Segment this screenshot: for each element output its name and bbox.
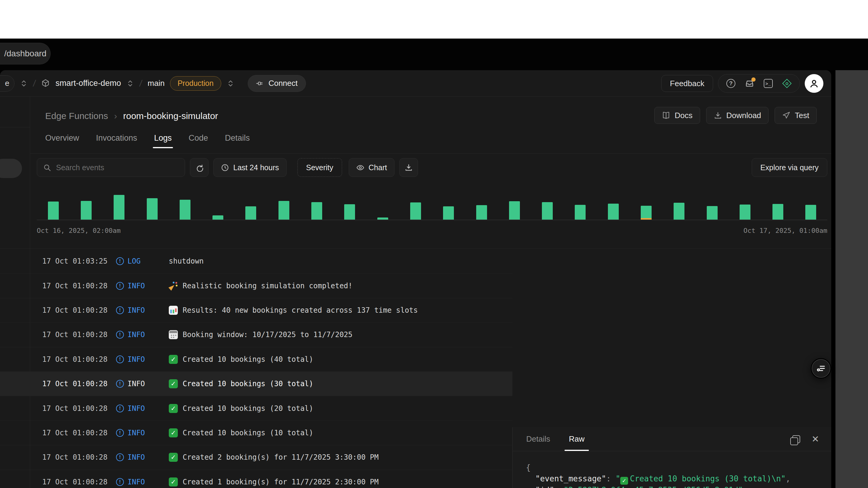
download-button[interactable]: Download: [706, 107, 769, 124]
log-timestamp: 17 Oct 01:00:28: [42, 282, 116, 290]
project-name[interactable]: smart-office-demo: [56, 78, 121, 88]
download-icon: [714, 111, 722, 120]
log-level-badge: !INFO: [116, 330, 169, 339]
time-range-button[interactable]: Last 24 hours: [213, 158, 287, 177]
histogram-bar: [432, 190, 465, 220]
refresh-icon: [195, 163, 204, 172]
log-level-label: INFO: [127, 453, 145, 461]
histogram-bar: [465, 190, 498, 220]
breadcrumb-separator: /: [139, 78, 143, 89]
tabs-divider: [30, 153, 831, 154]
copy-icon[interactable]: [792, 435, 800, 443]
chart-toggle-label: Chart: [369, 163, 387, 172]
log-level-label: INFO: [127, 380, 145, 388]
feedback-button[interactable]: Feedback: [661, 75, 713, 92]
info-circle-icon: !: [116, 282, 124, 290]
log-row[interactable]: 17 Oct 01:00:28!INFO✓Created 1 booking(s…: [0, 470, 513, 488]
chevrons-up-down-icon[interactable]: [227, 79, 235, 88]
utility-icon-group: ? >_: [718, 74, 800, 93]
histogram-bar: [135, 190, 168, 220]
histogram-bar: [300, 190, 333, 220]
breadcrumb: e / smart-office-demo / main Production …: [0, 75, 306, 92]
tab-panel-raw[interactable]: Raw: [569, 427, 584, 451]
help-button[interactable]: ?: [726, 78, 736, 88]
log-level-label: INFO: [127, 282, 145, 290]
tab-code[interactable]: Code: [189, 133, 208, 151]
terminal-button[interactable]: >_: [764, 78, 773, 88]
notifications-button[interactable]: [745, 78, 754, 88]
test-button[interactable]: Test: [775, 107, 817, 124]
refresh-button[interactable]: [190, 158, 209, 177]
log-level-badge: !INFO: [116, 380, 169, 388]
connect-button[interactable]: Connect: [248, 75, 306, 92]
help-circle-icon: ?: [726, 79, 735, 88]
book-icon: [662, 111, 670, 120]
log-row[interactable]: 17 Oct 01:00:28!INFOResults: 40 new book…: [0, 298, 513, 323]
log-level-badge: !LOG: [116, 257, 169, 265]
histogram-bar: [762, 190, 795, 220]
log-row[interactable]: 17 Oct 01:00:28!INFO✓Created 10 bookings…: [0, 372, 513, 396]
download-logs-button[interactable]: [399, 158, 418, 177]
section-link[interactable]: Edge Functions: [45, 111, 108, 121]
info-circle-icon: !: [116, 478, 124, 486]
docs-button[interactable]: Docs: [654, 107, 700, 124]
log-row[interactable]: 17 Oct 01:00:28!INFORealistic booking si…: [0, 273, 513, 298]
time-range-label: Last 24 hours: [233, 163, 279, 172]
chevrons-up-down-icon[interactable]: [20, 79, 28, 88]
info-circle-icon: !: [116, 429, 124, 437]
log-message: ✓Created 1 booking(s) for 11/7/2025 2:30…: [169, 478, 378, 487]
status-button[interactable]: [782, 78, 792, 88]
log-row[interactable]: 17 Oct 01:00:28!INFOBooking window: 10/1…: [0, 323, 513, 347]
browser-chrome: /dashboard: [0, 38, 868, 70]
log-row[interactable]: 17 Oct 01:00:28!INFO✓Created 10 bookings…: [0, 347, 513, 372]
log-level-badge: !INFO: [116, 453, 169, 461]
info-circle-icon: !: [116, 355, 124, 363]
assistant-fab[interactable]: [811, 358, 831, 379]
log-timestamp: 17 Oct 01:03:25: [42, 257, 116, 265]
log-level-label: INFO: [127, 330, 145, 339]
explore-label: Explore via query: [761, 163, 818, 172]
browser-tab[interactable]: /dashboard: [0, 43, 51, 64]
log-row[interactable]: 17 Oct 01:03:25!LOGshutdown: [0, 249, 513, 273]
log-level-badge: !INFO: [116, 404, 169, 413]
close-icon[interactable]: ✕: [812, 434, 819, 444]
histogram-bar: [629, 190, 662, 220]
histogram-bar: [498, 190, 531, 220]
log-row[interactable]: 17 Oct 01:00:28!INFO✓Created 10 bookings…: [0, 396, 513, 421]
search-box[interactable]: [37, 158, 185, 177]
log-message: Realistic booking simulation completed!: [169, 281, 352, 290]
search-input[interactable]: [56, 163, 179, 172]
branch-name[interactable]: main: [148, 78, 164, 88]
histogram-bar: [168, 190, 201, 220]
log-level-badge: !INFO: [116, 282, 169, 290]
org-selector[interactable]: e: [0, 75, 14, 92]
tab-overview[interactable]: Overview: [45, 133, 79, 151]
histogram-bar: [201, 190, 234, 220]
user-avatar[interactable]: [805, 74, 824, 93]
severity-filter-button[interactable]: Severity: [298, 158, 342, 177]
chevrons-up-down-icon[interactable]: [126, 79, 134, 88]
eye-icon: [356, 164, 364, 172]
download-icon: [404, 163, 413, 172]
raw-json-view[interactable]: { "event_message": "✓Created 10 bookings…: [513, 451, 831, 488]
docs-label: Docs: [675, 111, 692, 120]
log-row[interactable]: 17 Oct 01:00:28!INFO✓Created 2 booking(s…: [0, 445, 513, 469]
tab-invocations[interactable]: Invocations: [96, 133, 137, 151]
chart-toggle-button[interactable]: Chart: [349, 158, 395, 177]
log-message: Results: 40 new bookings created across …: [169, 306, 418, 315]
log-row[interactable]: 17 Oct 01:00:28!INFO✓Created 10 bookings…: [0, 421, 513, 445]
log-level-label: INFO: [127, 429, 145, 437]
explore-via-query-button[interactable]: Explore via query: [752, 158, 827, 177]
log-message: shutdown: [169, 257, 204, 265]
tab-panel-details[interactable]: Details: [526, 427, 550, 451]
tab-logs[interactable]: Logs: [154, 133, 172, 151]
tab-details[interactable]: Details: [225, 133, 250, 151]
notification-dot: [751, 77, 755, 82]
org-name-fragment: e: [5, 78, 9, 88]
json-line: "id": "2e5907b8-0f4a-45a7-8535-d856d5a8c…: [526, 485, 831, 488]
app-window: e / smart-office-demo / main Production …: [0, 70, 831, 488]
axis-end-label: Oct 17, 2025, 01:00am: [744, 227, 827, 234]
log-level-label: INFO: [127, 404, 145, 413]
sidebar-item[interactable]: [0, 159, 22, 178]
info-circle-icon: !: [116, 331, 124, 338]
